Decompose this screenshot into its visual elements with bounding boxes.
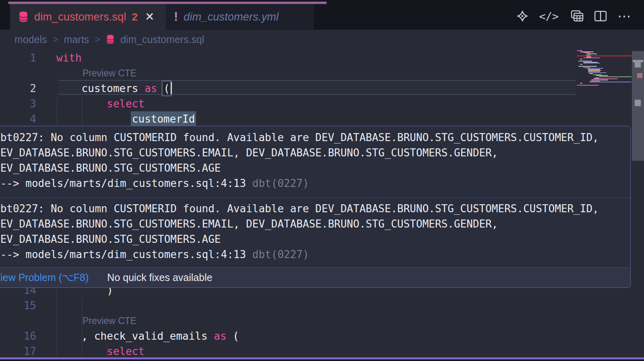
tab-title: dim_customers.sql bbox=[34, 11, 126, 23]
editor-actions: </> ⋯ bbox=[516, 4, 632, 28]
error-text: DEV_DATABASE.BRUNO.STG_CUSTOMERS.EMAIL, … bbox=[0, 216, 630, 232]
error-text: dbt0227: No column CUSTOMERID found. Ava… bbox=[0, 201, 630, 216]
code-line[interactable]: 17 select bbox=[0, 344, 576, 359]
tab-error-mark-icon: ! bbox=[174, 10, 178, 24]
tab-error-count-badge: 2 bbox=[132, 11, 137, 23]
line-number[interactable]: 4 bbox=[0, 111, 36, 127]
error-text: DEV_DATABASE.BRUNO.STG_CUSTOMERS.AGE bbox=[0, 232, 630, 247]
chevron-right-icon: > bbox=[53, 34, 58, 45]
close-tab-icon[interactable]: ✕ bbox=[145, 11, 154, 23]
database-icon bbox=[106, 34, 115, 45]
code-lens-preview-cte[interactable]: Preview CTE bbox=[83, 313, 136, 328]
chevron-right-icon: > bbox=[95, 34, 100, 45]
code-lens-preview-cte[interactable]: Preview CTE bbox=[83, 66, 136, 81]
code-line[interactable]: 15 bbox=[0, 298, 576, 313]
line-number[interactable]: 17 bbox=[0, 344, 36, 359]
breadcrumb: models > marts > dim_customers.sql bbox=[0, 30, 644, 49]
vscode-editor-window: dim_customers.sql 2 ✕ ! dim_customers.ym… bbox=[0, 0, 644, 361]
breadcrumb-item-marts[interactable]: marts bbox=[64, 34, 89, 45]
code-line[interactable]: 3 select bbox=[0, 96, 576, 111]
error-text: DEV_DATABASE.BRUNO.STG_CUSTOMERS.AGE bbox=[0, 160, 630, 176]
line-number[interactable]: 1 bbox=[0, 50, 36, 66]
breadcrumb-item-file[interactable]: dim_customers.sql bbox=[120, 34, 204, 45]
panel-edge bbox=[0, 359, 644, 361]
database-icon bbox=[18, 11, 29, 23]
error-text: dbt0227: No column CUSTOMERID found. Ava… bbox=[0, 130, 630, 145]
error-hover-tooltip: dbt0227: No column CUSTOMERID found. Ava… bbox=[0, 126, 631, 288]
code-line[interactable]: 1with bbox=[0, 50, 576, 66]
minimap-error-line bbox=[577, 55, 632, 57]
compile-sql-icon[interactable]: </> bbox=[539, 10, 559, 23]
tab-bar: dim_customers.sql 2 ✕ ! dim_customers.ym… bbox=[0, 0, 644, 30]
code-line[interactable]: 2 customers as ( bbox=[0, 81, 576, 96]
error-message-block: dbt0227: No column CUSTOMERID found. Ava… bbox=[0, 198, 630, 265]
query-results-icon[interactable] bbox=[569, 10, 584, 23]
error-location: --> models/marts/dim_customers.sql:4:13 … bbox=[0, 247, 630, 262]
dbt-power-user-icon[interactable] bbox=[516, 10, 528, 22]
code-line[interactable]: 16 , check_valid_emails as ( bbox=[0, 328, 576, 344]
view-problem-link[interactable]: View Problem (⌥F8) bbox=[0, 272, 89, 283]
breadcrumb-item-models[interactable]: models bbox=[14, 34, 47, 45]
no-quick-fixes-label: No quick fixes available bbox=[107, 272, 212, 283]
tab-dim-customers-sql[interactable]: dim_customers.sql 2 ✕ bbox=[10, 4, 166, 30]
error-message-block: dbt0227: No column CUSTOMERID found. Ava… bbox=[0, 126, 630, 198]
code-line[interactable]: 4 customerId bbox=[0, 111, 576, 127]
tab-title: dim_customers.yml bbox=[184, 11, 279, 23]
line-number[interactable]: 16 bbox=[0, 328, 36, 344]
minimap[interactable] bbox=[577, 50, 632, 95]
more-actions-icon[interactable]: ⋯ bbox=[617, 8, 632, 24]
error-code[interactable]: dbt(0227) bbox=[252, 177, 309, 189]
error-location: --> models/marts/dim_customers.sql:4:13 … bbox=[0, 176, 630, 191]
text-cursor bbox=[171, 82, 172, 94]
tooltip-status-bar: View Problem (⌥F8) No quick fixes availa… bbox=[0, 267, 630, 287]
error-token-customerid: customerId bbox=[131, 111, 196, 127]
line-number[interactable]: 3 bbox=[0, 96, 36, 111]
error-code[interactable]: dbt(0227) bbox=[252, 248, 309, 260]
line-number[interactable]: 2 bbox=[0, 81, 36, 96]
line-number[interactable]: 15 bbox=[0, 298, 36, 313]
tab-dim-customers-yml[interactable]: ! dim_customers.yml bbox=[166, 4, 314, 30]
split-editor-icon[interactable] bbox=[594, 10, 607, 22]
scrollbar-slider[interactable] bbox=[632, 51, 644, 161]
error-text: DEV_DATABASE.BRUNO.STG_CUSTOMERS.EMAIL, … bbox=[0, 145, 630, 160]
